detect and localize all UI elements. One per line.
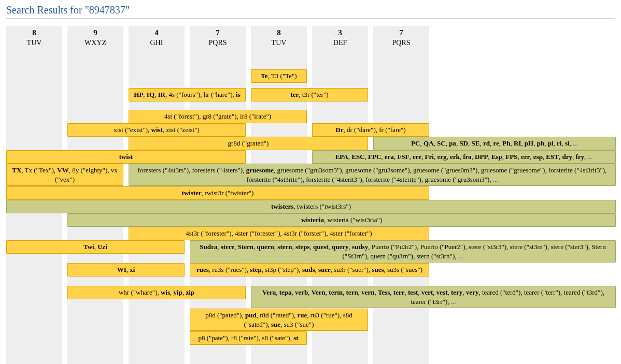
result-term: SD [459,139,468,147]
result-cell[interactable]: wisteria, wisteria ("wist3ria") [67,213,616,227]
result-term: QA [424,139,434,147]
more-link[interactable]: ... [493,176,498,183]
result-term: suer [318,266,331,273]
result-cell[interactable]: xist ("exist"), wist, zist ("zeist") [67,123,246,137]
result-term: pi [548,139,554,147]
more-link[interactable]: ... [451,298,456,305]
result-term: stern [277,243,292,251]
result-term: fro [463,153,471,161]
result-term: IR [158,91,165,98]
result-term: pud [245,311,257,319]
result-term: esp [533,153,543,161]
result-term: rues [196,266,209,273]
result-term: erk [450,153,460,161]
result-term: tepa [279,288,292,296]
result-cell[interactable]: p8d ("pated"), pud, r8d ("rated"), rue, … [190,309,368,331]
result-term: fry [575,153,584,161]
column-letters: GHI [129,38,185,48]
result-term: ri [557,139,561,147]
result-cell[interactable]: Dr, dr ("dare"), fr ("fare") [312,123,429,137]
result-term: term [329,288,343,296]
result-term: is [236,91,241,98]
result-term: vest [436,288,448,296]
result-term: zip [186,288,194,296]
result-cell[interactable]: p8 ("pate"), r8 ("rate"), s8 ("sate"), s… [190,331,307,345]
result-cell[interactable]: Te, T3 ("Te") [251,69,307,83]
column-digit: 8 [6,28,62,38]
column-digit: 7 [190,28,246,38]
result-cell[interactable]: twisters, twisters ("twist3rs") [6,200,616,213]
result-term: SE [472,139,480,147]
result-term: Uzi [97,243,107,251]
column-header: 4GHI [129,26,185,48]
result-cell[interactable]: Sudra, stere, Stern, quern, stern, steps… [190,240,616,263]
result-cell[interactable]: HP, IQ, IR, 4s ("fours"), hr ("hare"), i… [129,88,246,101]
result-term: VW [57,166,68,174]
result-cell[interactable]: EPA, ESC, FPC, era, FSF, ere, Fri, erg, … [312,150,616,164]
column-header: 8TUV [6,26,62,48]
result-term: Tess [378,288,390,296]
result-term: Sudra [200,243,217,251]
result-term: ere [413,153,421,161]
column-letters: WXYZ [67,38,123,48]
column-digit: 4 [129,28,185,38]
result-term: query [332,243,349,251]
result-term: pH [525,139,533,147]
more-link[interactable]: ... [588,153,593,161]
more-link[interactable]: ... [458,252,463,260]
result-term: tery [451,288,462,296]
result-term: wisteria [301,216,324,224]
result-cell[interactable]: 4st3r ("forester"), 4ster ("forester"), … [129,227,429,240]
result-cell[interactable]: 4st ("forest"), gr8 ("grate"), ir8 ("ira… [129,110,307,123]
result-term: sue [271,321,280,328]
result-term: yip [174,288,182,296]
column-letters: PQRS [373,38,429,48]
result-term: IQ [147,91,154,98]
result-cell[interactable]: ter, t3r ("ter") [251,88,368,101]
result-cell[interactable]: WI, xi [67,263,185,276]
column-letters: TUV [6,38,62,48]
result-term: EST [546,153,559,161]
result-cell[interactable]: foresters ("4st3rs"), foresters ("4sters… [129,164,616,186]
page-title: Search Results for "8947837" [6,4,615,16]
result-term: xi [130,266,135,273]
result-term: Stern [238,243,253,251]
column-digit: 3 [312,28,368,38]
result-cell[interactable]: TX, Tx ("Tex"), VW, 8y ("eighty"), vx ("… [6,164,123,186]
result-term: FSF [397,153,409,161]
result-term: TX [12,166,21,174]
result-term: ph [537,139,544,147]
result-term: si [565,139,570,147]
result-cell[interactable]: Vera, tepa, verb, Vern, term, tern, vern… [251,286,616,308]
result-term: twisters [271,202,293,210]
result-term: Esp [491,153,502,161]
result-cell[interactable]: PC, QA, SC, pa, SD, SE, rd, re, Ph, RI, … [373,137,616,150]
column-header: 7PQRS [373,26,429,48]
result-cell[interactable]: Twi, Uzi [6,240,185,254]
result-term: Te [261,72,267,80]
result-term: tern [346,288,358,296]
result-term: SC [437,139,446,147]
column-header: 9WXYZ [67,26,123,48]
result-term: sues [372,266,384,273]
column-letters: PQRS [190,38,246,48]
result-term: DPP [475,153,488,161]
result-cell[interactable]: whr ("whare"), wis, yip, zip [67,286,246,299]
result-term: test [408,288,418,296]
result-term: EPA [335,153,348,161]
results-grid: 8TUV9WXYZ4GHI7PQRS8TUV3DEF7PQRSTe, T3 ("… [6,26,616,364]
result-term: pa [449,139,456,147]
result-cell[interactable]: twister, twist3r ("twister") [6,186,429,200]
result-cell[interactable]: rues, ru3s ("rues"), step, st3p ("step")… [190,263,429,276]
result-term: very [466,288,479,296]
result-term: erg [437,153,446,161]
result-cell[interactable]: twist [6,150,246,164]
column-header: 3DEF [312,26,368,48]
result-term: vern [361,288,374,296]
more-link[interactable]: ... [573,139,578,147]
result-term: Fri [425,153,434,161]
result-term: ESC [351,153,364,161]
result-cell[interactable]: gr8d ("grated") [129,137,368,150]
result-term: terr [393,288,405,296]
column-digit: 8 [251,28,307,38]
